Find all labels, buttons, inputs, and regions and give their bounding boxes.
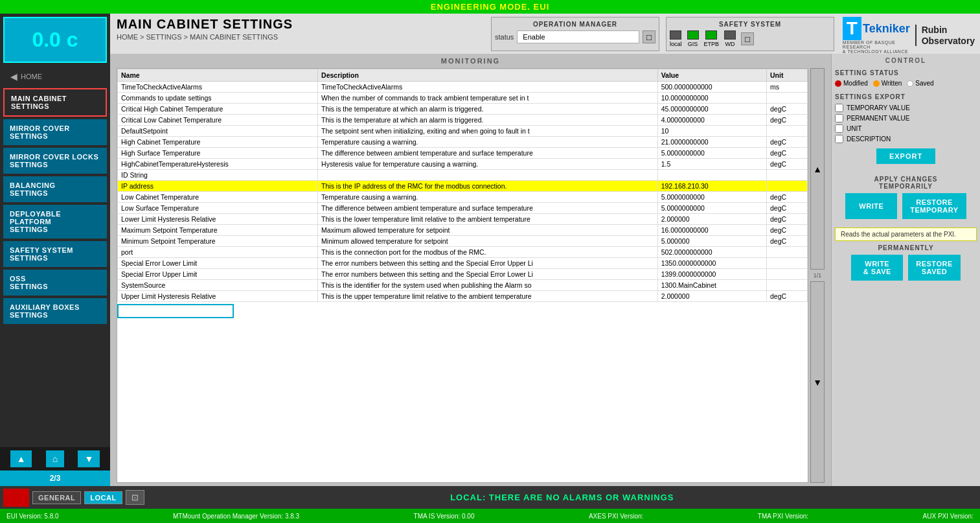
table-row[interactable]: portThis is the connection port for the …: [118, 247, 808, 258]
value-input[interactable]: [117, 304, 234, 318]
cell-description: When the number of commands to track amb…: [318, 93, 658, 104]
cell-value: 5.0000000000: [657, 148, 766, 159]
sidebar-item-balancing[interactable]: BALANCINGSETTINGS: [3, 176, 107, 202]
cell-unit: [766, 170, 807, 181]
cell-value: 45.0000000000: [657, 104, 766, 115]
sidebar-down-button[interactable]: ▼: [78, 450, 100, 467]
page-title: MAIN CABINET SETTINGS: [117, 17, 481, 32]
table-row[interactable]: Minimum Setpoint TemperatureMinimum allo…: [118, 236, 808, 247]
engineering-mode-text: ENGINEERING MODE. EUI: [431, 2, 550, 12]
page-info: 1/1: [810, 271, 825, 280]
table-row[interactable]: Low Cabinet TemperatureTemperature causi…: [118, 192, 808, 203]
cell-description: This is the lower temperature limit rela…: [318, 214, 658, 225]
checkbox-temporary-input[interactable]: [835, 104, 843, 112]
table-row[interactable]: Critical Low Cabinet TemperatureThis is …: [118, 115, 808, 126]
tma-pxi-version: TMA PXI Version:: [758, 513, 808, 520]
table-row[interactable]: HighCabinetTemperatureHysteresisHysteres…: [118, 159, 808, 170]
safety-icon-btn[interactable]: □: [741, 32, 754, 45]
cell-unit: degC: [766, 104, 807, 115]
cell-description: This is the identifier for the system us…: [318, 280, 658, 291]
table-row[interactable]: IP addressThis is the IP address of the …: [118, 181, 808, 192]
table-row[interactable]: ID String: [118, 170, 808, 181]
table-row[interactable]: Maximum Setpoint TemperatureMaximum allo…: [118, 225, 808, 236]
table-row[interactable]: Special Error Lower LimitThe error numbe…: [118, 258, 808, 269]
mt-mount-version: MTMount Operation Manager Version: 3.8.3: [173, 513, 299, 520]
back-arrow-icon: ◀: [10, 71, 17, 82]
sidebar-label-balancing: BALANCINGSETTINGS: [10, 181, 56, 197]
cell-description: The difference between ambient temperatu…: [318, 148, 658, 159]
checkbox-description-input[interactable]: [835, 135, 843, 143]
cell-name: port: [118, 247, 318, 258]
op-manager-icon-btn[interactable]: □: [643, 30, 655, 43]
cell-description: Hysteresis value for temperature causing…: [318, 159, 658, 170]
cell-description: Maximum allowed temperature for setpoint: [318, 225, 658, 236]
alarm-indicator: [3, 489, 29, 507]
cell-name: Upper Limit Hysteresis Relative: [118, 291, 318, 302]
cell-unit: [766, 258, 807, 269]
table-row[interactable]: Commands to update settingsWhen the numb…: [118, 93, 808, 104]
table-container[interactable]: Name Description Value Unit TimeToCheckA…: [117, 68, 808, 483]
indicator-etpb: ETPB: [704, 30, 720, 47]
sidebar-item-main-cabinet[interactable]: MAIN CABINETSETTINGS: [3, 88, 107, 117]
bottom-icon-button[interactable]: ⊡: [126, 490, 144, 505]
table-row[interactable]: Critical High Cabinet TemperatureThis is…: [118, 104, 808, 115]
dot-written: [873, 80, 880, 87]
checkbox-permanent: PERMANENT VALUE: [835, 114, 977, 122]
home-label: HOME: [21, 73, 42, 80]
home-button[interactable]: ◀ HOME: [5, 69, 47, 84]
table-row[interactable]: DefaultSetpointThe setpoint sent when in…: [118, 126, 808, 137]
eui-version: EUI Version: 5.8.0: [6, 513, 59, 520]
sidebar-item-auxiliary-boxes[interactable]: AUXILIARY BOXESSETTINGS: [3, 298, 107, 324]
checkbox-permanent-input[interactable]: [835, 114, 843, 122]
legend-modified-label: Modified: [843, 80, 868, 87]
table-row[interactable]: Special Error Upper LimitThe error numbe…: [118, 269, 808, 280]
cell-value: 1.5: [657, 159, 766, 170]
sidebar-bottom: ▲ ⌂ ▼: [0, 447, 110, 471]
table-row[interactable]: High Cabinet TemperatureTemperature caus…: [118, 137, 808, 148]
safety-system-title: SAFETY SYSTEM: [670, 21, 830, 28]
sidebar: 0.0 c ◀ HOME MAIN CABINETSETTINGS MIRROR…: [0, 14, 110, 486]
restore-temporary-button[interactable]: RESTORETEMPORARY: [902, 193, 966, 219]
cell-description: This is the upper temperature limit rela…: [318, 291, 658, 302]
status-message: LOCAL: THERE ARE NO ALARMS OR WARNINGS: [148, 493, 977, 502]
table-row[interactable]: Low Surface TemperatureThe difference be…: [118, 203, 808, 214]
indicator-local: local: [670, 30, 682, 47]
restore-saved-button[interactable]: RESTORESAVED: [908, 255, 960, 281]
sidebar-item-oss[interactable]: OSSSETTINGS: [3, 270, 107, 296]
scroll-up-arrow[interactable]: ▲: [810, 68, 825, 270]
table-row[interactable]: TimeToCheckActiveAlarmsTimeToCheckActive…: [118, 82, 808, 93]
write-save-button[interactable]: WRITE& SAVE: [851, 255, 903, 281]
cell-name: Low Surface Temperature: [118, 203, 318, 214]
led-wd: [724, 30, 736, 40]
sidebar-item-mirror-cover-locks[interactable]: MIRROR COVER LOCKSSETTINGS: [3, 148, 107, 174]
sidebar-up-button[interactable]: ▲: [10, 450, 32, 467]
sidebar-item-safety-system[interactable]: SAFETY SYSTEMSETTINGS: [3, 241, 107, 267]
cell-unit: ms: [766, 82, 807, 93]
export-button[interactable]: EXPORT: [876, 148, 935, 164]
right-panel: CONTROL SETTING STATUS Modified Written: [831, 54, 980, 486]
sidebar-item-deployable-platform[interactable]: DEPLOYABLE PLATFORMSETTINGS: [3, 205, 107, 238]
checkbox-temporary: TEMPORARY VALUE: [835, 104, 977, 112]
table-row[interactable]: Upper Limit Hysteresis RelativeThis is t…: [118, 291, 808, 302]
scroll-down-arrow[interactable]: ▼: [810, 281, 825, 483]
local-button[interactable]: LOCAL: [84, 491, 122, 504]
cell-name: High Cabinet Temperature: [118, 137, 318, 148]
center-with-right: MAIN CABINET SETTINGS HOME > SETTINGS > …: [110, 14, 980, 486]
cell-name: Lower Limit Hysteresis Relative: [118, 214, 318, 225]
cell-name: ID String: [118, 170, 318, 181]
sidebar-item-mirror-cover[interactable]: MIRROR COVERSETTINGS: [3, 119, 107, 145]
table-row[interactable]: High Surface TemperatureThe difference b…: [118, 148, 808, 159]
checkbox-unit: UNIT: [835, 124, 977, 133]
table-row[interactable]: Lower Limit Hysteresis RelativeThis is t…: [118, 214, 808, 225]
table-row[interactable]: SystemSourceThis is the identifier for t…: [118, 280, 808, 291]
sidebar-home-button[interactable]: ⌂: [46, 450, 64, 467]
checkbox-unit-input[interactable]: [835, 124, 843, 133]
bottom-bar: GENERAL LOCAL ⊡ LOCAL: THERE ARE NO ALAR…: [0, 486, 980, 509]
legend-saved-label: Saved: [915, 80, 933, 87]
general-button[interactable]: GENERAL: [32, 491, 81, 504]
safety-indicators: local GIS ETPB: [670, 30, 830, 47]
cell-value: 5.000000: [657, 236, 766, 247]
cell-unit: degC: [766, 115, 807, 126]
write-button[interactable]: WRITE: [845, 193, 897, 219]
permanent-action-buttons: WRITE& SAVE RESTORESAVED: [835, 255, 977, 281]
